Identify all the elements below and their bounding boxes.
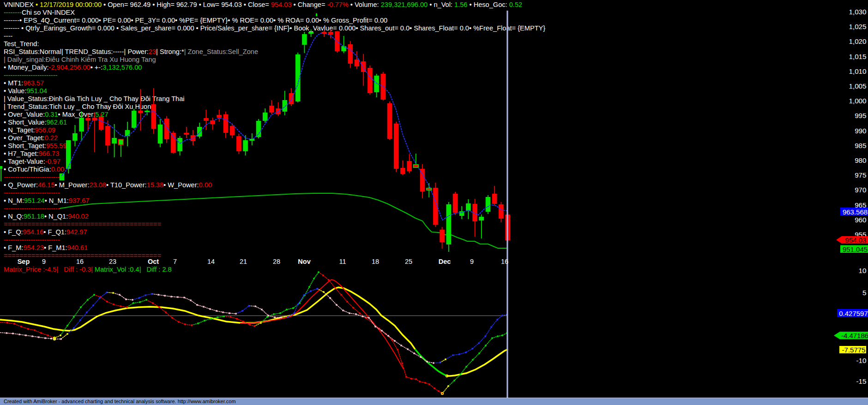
svg-text:995: 995: [855, 112, 866, 119]
svg-text:1,010: 1,010: [849, 67, 866, 75]
svg-text:Dec: Dec: [439, 258, 451, 265]
svg-text:-4.47186: -4.47186: [841, 332, 868, 339]
svg-text:10: 10: [859, 267, 867, 274]
svg-text:990: 990: [855, 127, 866, 135]
svg-text:-10: -10: [856, 357, 867, 364]
svg-text:960: 960: [855, 216, 866, 224]
svg-text:9: 9: [42, 258, 46, 265]
svg-text:954.03: 954.03: [845, 236, 867, 244]
svg-text:21: 21: [240, 258, 247, 265]
svg-text:-15: -15: [856, 377, 867, 385]
svg-text:Sep: Sep: [18, 258, 30, 265]
svg-text:7: 7: [173, 258, 177, 265]
svg-text:-7.5775: -7.5775: [842, 346, 866, 354]
svg-text:25: 25: [405, 258, 412, 265]
svg-text:951.045: 951.045: [843, 245, 868, 253]
svg-text:23: 23: [109, 258, 116, 265]
svg-text:Oct: Oct: [148, 258, 159, 265]
svg-text:1,000: 1,000: [849, 97, 866, 105]
svg-text:970: 970: [855, 186, 866, 194]
svg-text:975: 975: [855, 171, 866, 179]
svg-text:Nov: Nov: [298, 258, 310, 265]
svg-text:18: 18: [372, 258, 379, 265]
svg-text:1,025: 1,025: [849, 23, 866, 30]
svg-text:0.427597: 0.427597: [839, 310, 868, 317]
svg-text:5: 5: [862, 289, 866, 297]
svg-text:963.568: 963.568: [843, 208, 868, 216]
svg-text:1,005: 1,005: [849, 82, 866, 90]
svg-text:985: 985: [855, 142, 866, 149]
svg-text:1,015: 1,015: [849, 53, 866, 60]
svg-text:16: 16: [501, 258, 508, 265]
svg-text:1,030: 1,030: [849, 8, 866, 16]
svg-text:1,020: 1,020: [849, 37, 866, 45]
svg-text:9: 9: [470, 258, 474, 265]
svg-text:16: 16: [76, 258, 84, 265]
svg-text:28: 28: [273, 258, 280, 265]
svg-text:14: 14: [207, 258, 215, 265]
svg-text:11: 11: [339, 258, 346, 265]
svg-text:980: 980: [855, 156, 866, 164]
